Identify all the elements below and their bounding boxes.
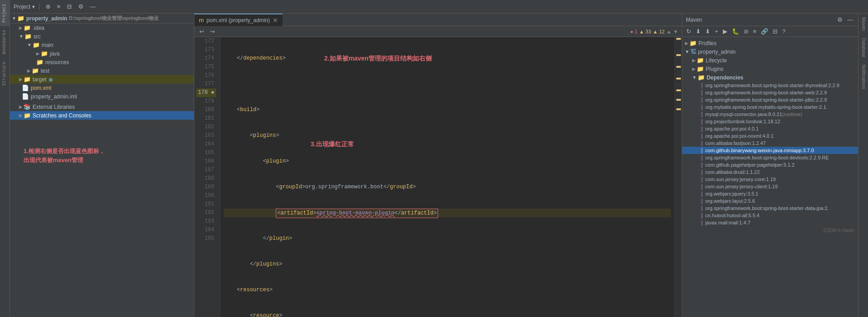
toolbar-settings-btn[interactable]: ⚙: [76, 2, 85, 11]
tree-root[interactable]: ▼ 📁 property_admin D:\springboot物业管理\spr…: [10, 14, 194, 23]
pom-label: pom.xml: [31, 85, 51, 91]
tree-src[interactable]: ▼ 📁 src: [10, 32, 194, 41]
code-area[interactable]: </dependencies> <build> <plugins> <plugi…: [220, 37, 675, 317]
dep-runtime-4: (runtime): [782, 112, 802, 117]
dep-icon-14: ║: [700, 184, 703, 189]
code-179: </plugin>: [224, 234, 671, 243]
project-dropdown[interactable]: Project ▾: [14, 4, 35, 10]
tab-pom[interactable]: m pom.xml (property_admin) ✕: [194, 14, 283, 26]
tree-target[interactable]: ▶ 📁 target ◉: [10, 75, 194, 84]
maven-tree[interactable]: ▶ 📁 Profiles ▼ 🏗 property_admin ▶ 📁 Life…: [682, 37, 858, 317]
tree-java[interactable]: ▶ 📁 java: [10, 49, 194, 58]
maven-lifecycle[interactable]: ▶ 📁 Lifecycle: [682, 56, 858, 65]
left-tab-structure[interactable]: Structure: [0, 58, 9, 89]
plugins-chevron: ▶: [692, 66, 696, 71]
maven-col-btn[interactable]: ⊟: [771, 28, 779, 35]
editor-content[interactable]: 172 173 174 175 176 177 178 ● 179 180 18…: [194, 37, 682, 317]
test-folder-icon: 📁: [32, 67, 39, 74]
dep-item-13[interactable]: ║ com.sun.jersey:jersey-core:1.19: [682, 176, 858, 183]
dep-item-0[interactable]: ║ org.springframework.boot:spring-boot-s…: [682, 82, 858, 89]
dep-item-11[interactable]: ║ com.github.pagehelper:pagehelper:5.1.2: [682, 161, 858, 168]
maven-dependencies-header[interactable]: ▼ 📁 Dependencies: [682, 73, 858, 82]
root-folder-icon: 📁: [17, 15, 24, 22]
lifecycle-chevron: ▶: [692, 58, 696, 63]
maven-download-btn[interactable]: ⬇: [704, 28, 712, 35]
dep-item-10[interactable]: ║ org.springframework.boot:spring-boot-d…: [682, 154, 858, 161]
dep-item-15[interactable]: ║ org.webjars:jquery:3.5.1: [682, 190, 858, 197]
maven-project[interactable]: ▼ 🏗 property_admin: [682, 47, 858, 56]
maven-skip-btn[interactable]: ⊘: [742, 28, 750, 35]
maven-minimize-btn[interactable]: —: [846, 16, 854, 23]
dep-text-9: com.github.binarywang:weixin-java-miniap…: [705, 148, 814, 153]
dep-item-9[interactable]: ║ com.github.binarywang:weixin-java-mini…: [682, 147, 858, 154]
maven-help-btn[interactable]: ?: [781, 28, 787, 35]
tree-pom[interactable]: 📄 pom.xml: [10, 84, 194, 92]
maven-link-btn[interactable]: 🔗: [760, 28, 769, 35]
right-tab-maven[interactable]: Maven: [859, 14, 868, 34]
dep-item-5[interactable]: ║ org.projectlombok:lombok:1.18.12: [682, 118, 858, 125]
nav-up[interactable]: ▲: [666, 29, 671, 34]
warning-count: ▲ 33: [639, 29, 651, 34]
dep-text-14: com.sun.jersey:jersey-client:1.19: [705, 184, 778, 189]
tree-iml[interactable]: 📄 property_admin.iml: [10, 92, 194, 101]
tree-external-libs[interactable]: ▶ 📚 External Libraries: [10, 103, 194, 111]
dep-item-2[interactable]: ║ org.springframework.boot:spring-boot-s…: [682, 96, 858, 103]
maven-thread-btn[interactable]: ≡: [752, 28, 758, 35]
dep-item-6[interactable]: ║ org.apache.poi:poi:4.0.1: [682, 125, 858, 132]
scratches-chevron: ▶: [19, 113, 23, 118]
nav-dn[interactable]: ▼: [673, 29, 678, 34]
maven-refresh-btn[interactable]: ↻: [685, 28, 693, 35]
code-181: <resources>: [224, 286, 671, 294]
maven-settings-btn[interactable]: ⚙: [836, 16, 844, 23]
ln-180: 180: [196, 106, 216, 114]
deps-chevron: ▼: [692, 75, 697, 80]
code-174: <build>: [224, 106, 671, 114]
top-toolbar: Project ▾ | ⊕ ≡ ⊟ ⚙ —: [10, 0, 868, 14]
dep-item-12[interactable]: ║ com.alibaba:druid:1.1.22: [682, 168, 858, 176]
right-sidebar-tabs: Maven Database Notifications: [858, 14, 868, 317]
project-icon: 🏗: [690, 48, 696, 55]
toolbar-collapse-btn[interactable]: ⊟: [65, 2, 74, 11]
dep-item-4[interactable]: ║ mysql:mysql-connector-java:8.0.21 (run…: [682, 111, 858, 118]
toolbar-sep1: |: [38, 3, 41, 10]
code-177: <groupId>org.springframework.boot</group…: [224, 183, 671, 191]
dep-item-7[interactable]: ║ org.apache.poi:poi-ooxml:4.0.1: [682, 132, 858, 140]
dep-item-14[interactable]: ║ com.sun.jersey:jersey-client:1.19: [682, 183, 858, 190]
root-path: D:\springboot物业管理\springboot物业: [69, 15, 159, 22]
tree-scratches[interactable]: ▶ 📁 Scratches and Consoles: [10, 111, 194, 120]
dep-item-17[interactable]: ║ org.springframework.boot:spring-boot-s…: [682, 205, 858, 212]
left-tab-bookmarks[interactable]: Bookmarks: [0, 26, 9, 58]
maven-run-debug-btn[interactable]: 🐛: [731, 28, 741, 35]
maven-icon-toolbar: ↻ ⬇ ⬇ + ▶ 🐛 ⊘ ≡ 🔗 ⊟ ?: [682, 26, 858, 37]
toolbar-undo-btn[interactable]: ↩: [198, 28, 205, 35]
tab-close-btn[interactable]: ✕: [273, 17, 278, 24]
maven-profiles[interactable]: ▶ 📁 Profiles: [682, 39, 858, 47]
maven-run-btn[interactable]: ▶: [722, 28, 729, 35]
dep-item-19[interactable]: ║ javax.mail:mail:1.4.7: [682, 219, 858, 226]
resources-label: resources: [45, 59, 69, 65]
maven-add-btn[interactable]: +: [713, 28, 720, 35]
dep-item-18[interactable]: ║ cn.hutool:hutool-all:5.5.4: [682, 212, 858, 219]
maven-title: Maven: [686, 17, 702, 23]
tree-resources[interactable]: 📁 resources: [10, 58, 194, 66]
tree-main[interactable]: ▼ 📁 main: [10, 41, 194, 49]
toolbar-redo-btn[interactable]: ↪: [209, 28, 216, 35]
dep-item-3[interactable]: ║ org.mybatis.spring.boot:mybatis-spring…: [682, 103, 858, 111]
maven-plugins[interactable]: ▶ 📁 Plugins: [682, 65, 858, 73]
toolbar-minimize-btn[interactable]: —: [88, 2, 98, 11]
content-area: ▼ 📁 property_admin D:\springboot物业管理\spr…: [10, 14, 868, 317]
toolbar-list-btn[interactable]: ≡: [55, 2, 62, 11]
ln-190: 190: [196, 191, 216, 200]
right-tab-notifications[interactable]: Notifications: [859, 61, 868, 93]
dep-item-8[interactable]: ║ com.alibaba:fastjson:1.2.47: [682, 140, 858, 147]
left-tab-project[interactable]: Project: [0, 0, 9, 26]
tree-test[interactable]: ▶ 📁 test: [10, 66, 194, 75]
toolbar-new-btn[interactable]: ⊕: [44, 2, 52, 11]
dep-item-1[interactable]: ║ org.springframework.boot:spring-boot-s…: [682, 89, 858, 96]
maven-import-btn[interactable]: ⬇: [694, 28, 702, 35]
dep-item-16[interactable]: ║ org.webjars:layui:2.5.6: [682, 197, 858, 205]
tree-idea[interactable]: ▶ 📁 .idea: [10, 23, 194, 32]
gutter-mark-5: [676, 89, 681, 91]
right-tab-database[interactable]: Database: [859, 34, 868, 61]
dep-icon-13: ║: [700, 177, 703, 182]
